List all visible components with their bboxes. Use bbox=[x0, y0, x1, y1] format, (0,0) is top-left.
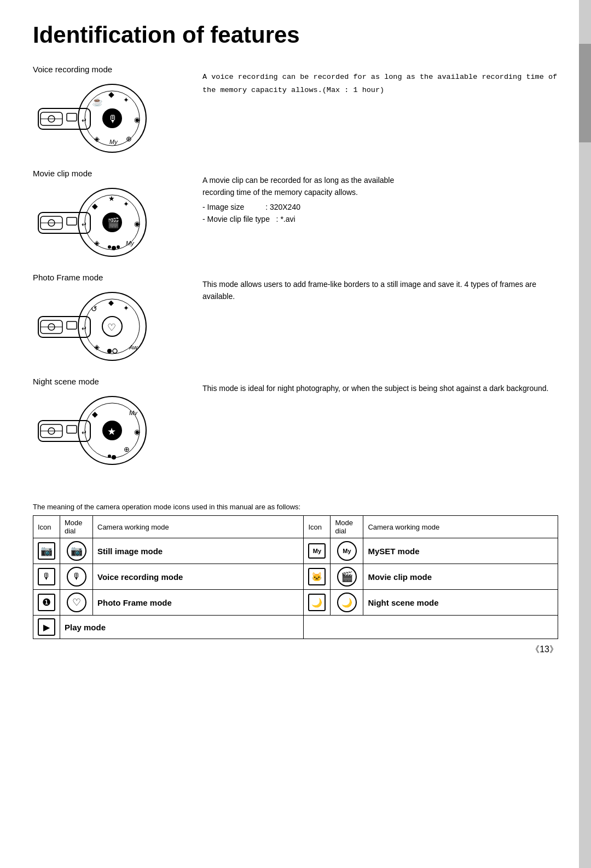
svg-text:✦: ✦ bbox=[123, 304, 129, 312]
td-mode-myset: MySET mode bbox=[363, 538, 558, 564]
dial-voice: ↵ ☕ ◆ ✦ ◉ ⊕ bbox=[33, 78, 153, 158]
svg-text:★: ★ bbox=[107, 426, 116, 437]
th-cwm2: Camera working mode bbox=[363, 516, 558, 538]
still-icon-small: 📷 bbox=[40, 545, 53, 557]
table-row-2: 🎙 🎙 Voice recording mode bbox=[33, 564, 558, 590]
dial-nightscene: ↵ ◆ Mv ◉ ⊕ ★ bbox=[33, 390, 153, 470]
table-row-3: ❶ ♡ Photo Frame mode bbox=[33, 590, 558, 616]
movie-desc-line4: - Movie clip file type : *.avi bbox=[202, 213, 558, 225]
mode-row-voice: Voice recording mode ↵ bbox=[33, 65, 558, 158]
svg-text:🎙: 🎙 bbox=[108, 113, 118, 124]
svg-text:◉: ◉ bbox=[134, 116, 140, 124]
svg-text:◉: ◉ bbox=[134, 428, 140, 436]
td-dial-myset: My bbox=[331, 538, 363, 564]
page: Identification of features Voice recordi… bbox=[0, 0, 591, 672]
svg-text:My: My bbox=[109, 139, 118, 145]
td-icon-play: ▶ bbox=[33, 616, 60, 639]
mode-left-movie: Movie clip mode ↵ ◆ bbox=[33, 169, 186, 262]
td-icon-photoframe: ❶ bbox=[33, 590, 60, 616]
td-dial-nightscene: 🌙 bbox=[331, 590, 363, 616]
mode-label-voice: Voice recording mode bbox=[33, 65, 186, 74]
mode-desc-photoframe: This mode allows users to add frame-like… bbox=[186, 273, 558, 303]
movie-desc-line2: recording time of the memory capacity al… bbox=[202, 186, 558, 198]
table-note: The meaning of the camera operation mode… bbox=[33, 503, 558, 511]
td-icon-still: 📷 bbox=[33, 538, 60, 564]
nightscene-dial-icon: 🌙 bbox=[341, 597, 352, 608]
td-dial-voice: 🎙 bbox=[60, 564, 93, 590]
svg-text:Mv: Mv bbox=[129, 410, 138, 416]
svg-text:⊕: ⊕ bbox=[126, 135, 132, 143]
th-icon2: Icon bbox=[304, 516, 331, 538]
still-dial-icon: 📷 bbox=[71, 545, 83, 557]
svg-point-65 bbox=[112, 455, 116, 459]
td-icon-movieclip: 🐱 bbox=[304, 564, 331, 590]
modes-table: Icon Mode dial Camera working mode Icon … bbox=[33, 515, 558, 639]
svg-point-48 bbox=[107, 349, 112, 353]
photoframe-icon-small: ❶ bbox=[42, 596, 51, 608]
voice-icon-small: 🎙 bbox=[42, 572, 51, 582]
movie-desc-line3: - Image size : 320X240 bbox=[202, 201, 558, 213]
th-cwm1: Camera working mode bbox=[93, 516, 304, 538]
svg-text:◈: ◈ bbox=[94, 135, 100, 143]
content-area: Voice recording mode ↵ bbox=[33, 65, 558, 639]
svg-text:↵: ↵ bbox=[82, 117, 87, 124]
svg-rect-4 bbox=[67, 113, 77, 121]
th-icon1: Icon bbox=[33, 516, 60, 538]
svg-text:My: My bbox=[126, 240, 135, 246]
mode-row-photoframe: Photo Frame mode ↵ ↺ ◆ ✦ bbox=[33, 273, 558, 366]
svg-point-32 bbox=[117, 245, 120, 249]
svg-rect-21 bbox=[67, 217, 77, 225]
myset-mode-label: MySET mode bbox=[368, 547, 419, 556]
svg-text:◈: ◈ bbox=[94, 239, 100, 247]
myset-icon-small: My bbox=[313, 548, 321, 554]
movie-desc-line1: A movie clip can be recorded for as long… bbox=[202, 174, 558, 186]
table-section: The meaning of the camera operation mode… bbox=[33, 503, 558, 639]
svg-text:◈: ◈ bbox=[94, 343, 100, 351]
photoframe-mode-label: Photo Frame mode bbox=[97, 598, 172, 607]
mode-left-voice: Voice recording mode ↵ bbox=[33, 65, 186, 158]
td-mode-still: Still image mode bbox=[93, 538, 304, 564]
svg-text:◆: ◆ bbox=[92, 202, 98, 210]
svg-rect-40 bbox=[67, 321, 77, 329]
mode-desc-nightscene: This mode is ideal for night photography… bbox=[186, 377, 558, 394]
svg-text:⊕: ⊕ bbox=[124, 445, 130, 453]
td-play-empty bbox=[304, 616, 558, 639]
still-mode-label: Still image mode bbox=[97, 547, 163, 556]
td-icon-nightscene: 🌙 bbox=[304, 590, 331, 616]
nightscene-icon-small: 🌙 bbox=[311, 597, 322, 608]
nightscene-mode-label: Night scene mode bbox=[368, 598, 438, 607]
td-icon-myset: My bbox=[304, 538, 331, 564]
voice-mode-label: Voice recording mode bbox=[97, 572, 183, 582]
svg-point-49 bbox=[113, 349, 117, 353]
mode-desc-voice: A voice recording can be recorded for as… bbox=[186, 65, 558, 96]
svg-text:◆: ◆ bbox=[108, 298, 114, 307]
svg-text:↵: ↵ bbox=[82, 221, 87, 228]
mode-left-photoframe: Photo Frame mode ↵ ↺ ◆ ✦ bbox=[33, 273, 186, 366]
td-dial-photoframe: ♡ bbox=[60, 590, 93, 616]
mode-label-movie: Movie clip mode bbox=[33, 169, 186, 178]
td-mode-photoframe: Photo Frame mode bbox=[93, 590, 304, 616]
svg-point-31 bbox=[108, 245, 111, 249]
th-modedial1: Mode dial bbox=[60, 516, 93, 538]
mode-left-nightscene: Night scene mode ↵ ◆ Mv ◉ bbox=[33, 377, 186, 470]
svg-text:★: ★ bbox=[108, 194, 115, 203]
table-row-play: ▶ Play mode bbox=[33, 616, 558, 639]
svg-text:◆: ◆ bbox=[92, 410, 98, 418]
svg-text:✦: ✦ bbox=[123, 200, 129, 208]
scrollbar[interactable] bbox=[579, 0, 591, 868]
svg-text:☕: ☕ bbox=[92, 96, 103, 107]
svg-text:↵: ↵ bbox=[82, 429, 87, 436]
dial-photoframe: ↵ ↺ ◆ ✦ Aw ◈ ♡ bbox=[33, 286, 153, 366]
svg-point-66 bbox=[108, 455, 111, 458]
svg-text:🎬: 🎬 bbox=[107, 217, 120, 229]
page-number: 《13》 bbox=[531, 644, 558, 656]
myset-dial-icon: My bbox=[343, 548, 351, 554]
mode-desc-movie: A movie clip can be recorded for as long… bbox=[186, 169, 558, 226]
dial-movie: ↵ ◆ ★ ✦ ◉ My ◈ bbox=[33, 182, 153, 262]
table-row-1: 📷 📷 Still image mode bbox=[33, 538, 558, 564]
mode-label-photoframe: Photo Frame mode bbox=[33, 273, 186, 282]
voice-dial-icon: 🎙 bbox=[72, 572, 81, 582]
mode-row-nightscene: Night scene mode ↵ ◆ Mv ◉ bbox=[33, 377, 558, 470]
page-title: Identification of features bbox=[33, 22, 558, 48]
play-mode-label: Play mode bbox=[65, 623, 106, 632]
